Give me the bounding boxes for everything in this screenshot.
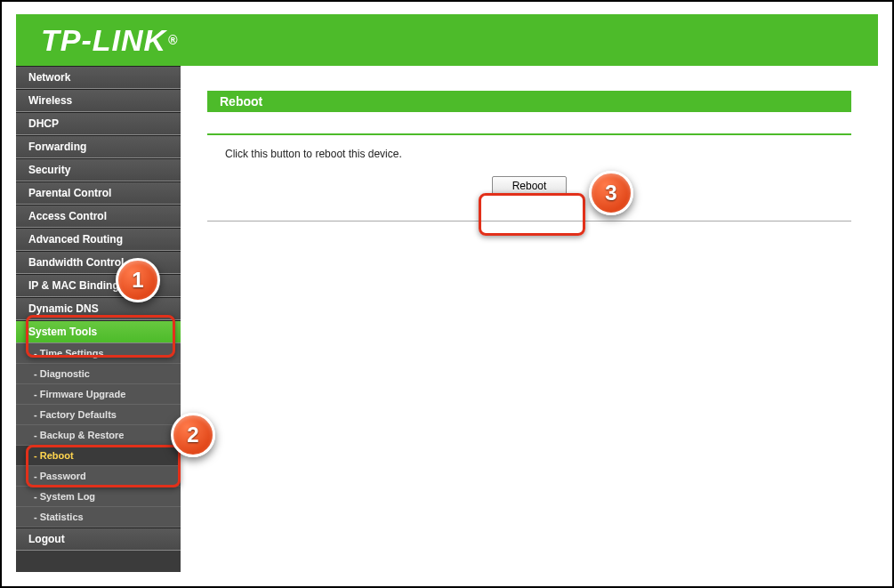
nav-sub-firmware-upgrade[interactable]: - Firmware Upgrade [16,384,181,405]
brand-logo: TP-LINK® [41,23,178,58]
nav-sub-system-log[interactable]: - System Log [16,487,181,507]
nav-item-network[interactable]: Network [16,66,181,89]
nav-sub-backup-restore[interactable]: - Backup & Restore [16,425,181,446]
nav-item-system-tools[interactable]: System Tools [16,320,181,343]
nav-item-bandwidth-control[interactable]: Bandwidth Control [16,251,181,274]
nav-sub-reboot[interactable]: - Reboot [16,446,181,466]
divider-bottom [207,221,851,222]
nav-sub-time-settings[interactable]: - Time Settings [16,343,181,364]
nav-item-advanced-routing[interactable]: Advanced Routing [16,228,181,251]
nav-item-dhcp[interactable]: DHCP [16,112,181,135]
brand-registered: ® [168,33,178,47]
nav-item-wireless[interactable]: Wireless [16,89,181,112]
nav-item-access-control[interactable]: Access Control [16,205,181,228]
content-area: Reboot Click this button to reboot this … [181,66,878,572]
nav-sub-diagnostic[interactable]: - Diagnostic [16,364,181,384]
reboot-button[interactable]: Reboot [492,176,568,196]
brand-text: TP-LINK [41,23,166,58]
nav-item-dynamic-dns[interactable]: Dynamic DNS [16,297,181,320]
header: TP-LINK® [16,14,878,66]
action-row: Reboot [207,176,851,196]
page-title: Reboot [207,91,851,112]
page-description: Click this button to reboot this device. [225,148,851,160]
nav-sub-factory-defaults[interactable]: - Factory Defaults [16,405,181,425]
nav-item-logout[interactable]: Logout [16,528,181,551]
nav-sub-statistics[interactable]: - Statistics [16,507,181,528]
sidebar[interactable]: NetworkWirelessDHCPForwardingSecurityPar… [16,66,181,572]
divider-top [207,133,851,135]
nav-item-forwarding[interactable]: Forwarding [16,135,181,158]
nav-item-parental-control[interactable]: Parental Control [16,181,181,205]
nav-item-ip-mac-binding[interactable]: IP & MAC Binding [16,274,181,297]
nav-item-security[interactable]: Security [16,158,181,181]
nav-sub-password[interactable]: - Password [16,466,181,487]
